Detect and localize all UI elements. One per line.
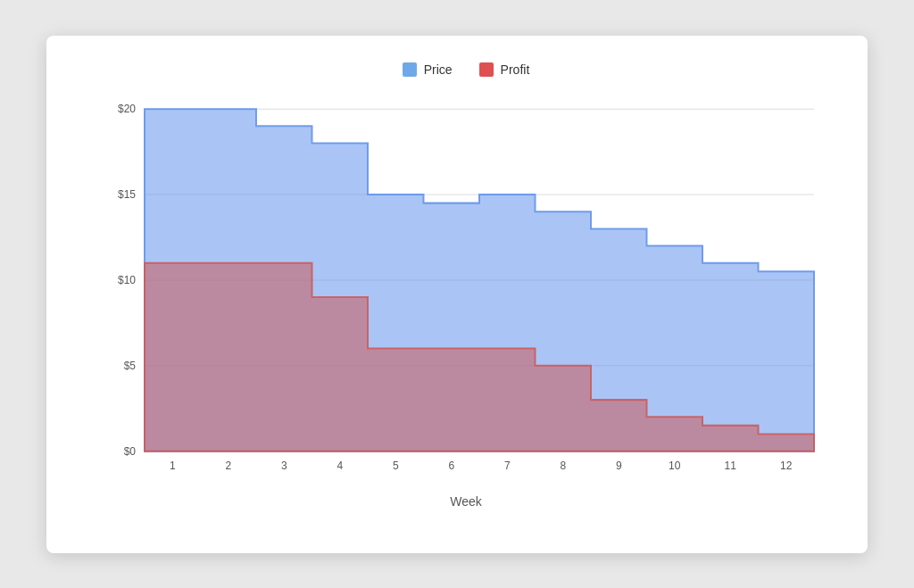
x-tick-5: 5	[393, 459, 399, 471]
chart-svg: $0 $5 $10 $15 $20 1 2 3 4 5 6 7 8 9 10 1…	[100, 91, 832, 487]
price-swatch	[403, 62, 417, 77]
x-tick-1: 1	[170, 459, 176, 471]
profit-swatch	[479, 62, 494, 77]
chart-card: Price Profit $0 $5 $10 $15 $20	[46, 36, 868, 553]
x-tick-11: 11	[725, 459, 737, 471]
y-label-20: $20	[118, 103, 136, 115]
legend-profit: Profit	[479, 62, 530, 77]
y-label-10: $10	[118, 273, 136, 286]
x-tick-7: 7	[504, 459, 511, 471]
x-tick-8: 8	[560, 459, 566, 471]
y-label-15: $15	[118, 188, 136, 201]
x-tick-12: 12	[780, 459, 793, 471]
y-label-0: $0	[124, 444, 137, 457]
price-label: Price	[424, 62, 453, 77]
x-tick-10: 10	[669, 459, 681, 471]
x-axis-label: Week	[100, 494, 832, 509]
profit-label: Profit	[501, 62, 530, 77]
chart-legend: Price Profit	[100, 62, 832, 77]
x-tick-6: 6	[448, 459, 454, 471]
x-tick-9: 9	[616, 459, 622, 471]
y-label-5: $5	[124, 359, 137, 371]
chart-area: $0 $5 $10 $15 $20 1 2 3 4 5 6 7 8 9 10 1…	[100, 91, 832, 487]
x-tick-2: 2	[225, 459, 231, 471]
legend-price: Price	[403, 62, 453, 77]
x-tick-3: 3	[281, 459, 287, 471]
x-tick-4: 4	[337, 459, 343, 471]
